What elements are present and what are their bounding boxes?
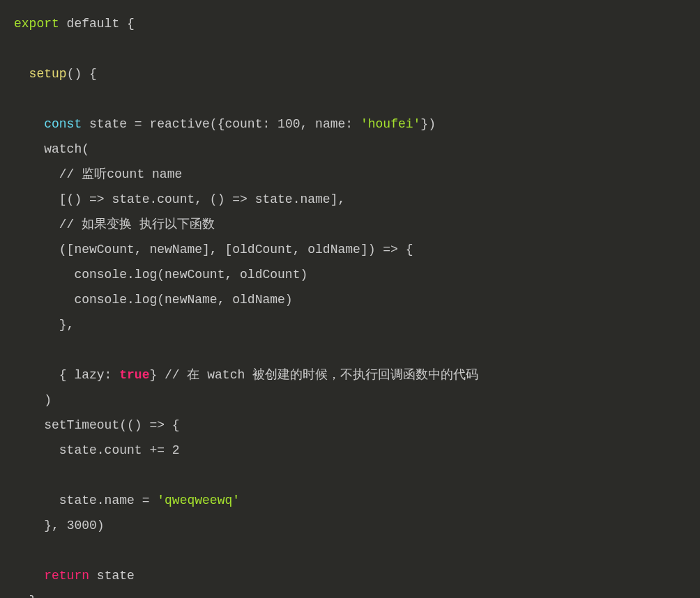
code-text: ) <box>97 519 105 532</box>
code-text: console.log(newName, oldName) <box>14 293 293 307</box>
code-text: state <box>89 569 135 583</box>
code-text: state.count += <box>14 443 172 457</box>
keyword-export: export <box>14 17 59 31</box>
code-text: state.name = <box>14 493 157 507</box>
code-text: console.log(newCount, oldCount) <box>14 268 307 282</box>
code-text: ) <box>14 393 52 407</box>
code-text: watch( <box>14 142 89 156</box>
indent <box>14 117 44 131</box>
keyword-const: const <box>44 117 82 131</box>
indent <box>14 217 59 231</box>
paren-brace: () { <box>67 67 97 81</box>
keyword-default: default <box>59 17 119 31</box>
number-literal: 2 <box>172 443 180 457</box>
code-text: }) <box>420 117 436 131</box>
brace: { <box>119 17 135 31</box>
indent <box>14 569 44 583</box>
indent <box>14 167 59 181</box>
comment: // 在 watch 被创建的时候，不执行回调函数中的代码 <box>165 368 478 382</box>
code-text: { lazy: <box>14 368 119 382</box>
code-text: setTimeout(() => { <box>14 418 180 432</box>
code-text: }, <box>14 519 67 532</box>
string-literal: 'qweqweewq' <box>157 493 240 507</box>
string-literal: 'houfei' <box>360 117 420 131</box>
keyword-return: return <box>44 569 89 583</box>
number-literal: 100 <box>277 117 300 131</box>
code-text: ([newCount, newName], [oldCount, oldName… <box>14 243 413 256</box>
comment: // 监听count name <box>59 167 182 181</box>
code-text: }, <box>14 318 74 332</box>
method-setup: setup <box>14 67 67 81</box>
code-text: } <box>14 594 36 598</box>
comment: // 如果变换 执行以下函数 <box>59 217 215 231</box>
code-text: state = reactive({count: <box>82 117 277 131</box>
code-block: export default { setup() { const state =… <box>14 11 686 598</box>
code-text: , name: <box>300 117 360 131</box>
code-text: } <box>149 368 165 382</box>
code-text: [() => state.count, () => state.name], <box>14 192 345 206</box>
number-literal: 3000 <box>67 519 97 532</box>
boolean-true: true <box>119 368 149 382</box>
